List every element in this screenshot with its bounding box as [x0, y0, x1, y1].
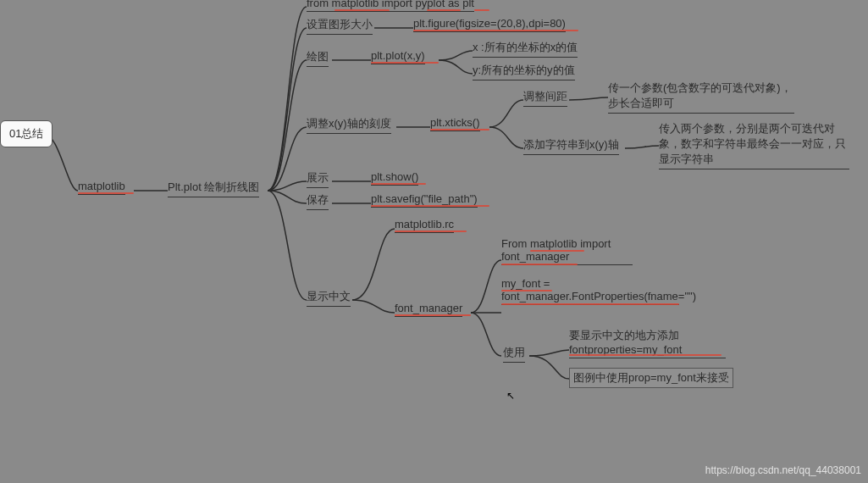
label-import: from matplotlib import pyplot as plt — [307, 0, 474, 9]
node-use-desc2[interactable]: 图例中使用prop=my_font来接受 — [569, 368, 733, 388]
label-use-desc2: 图例中使用prop=my_font来接受 — [573, 371, 729, 384]
watermark-text: https://blog.csdn.net/qq_44038001 — [705, 464, 861, 476]
node-plt-plot[interactable]: Plt.plot 绘制折线图 — [168, 180, 259, 197]
node-draw[interactable]: 绘图 — [307, 49, 329, 67]
spellcheck-underline — [501, 264, 578, 265]
watermark-label: https://blog.csdn.net/qq_44038001 — [705, 464, 861, 476]
spellcheck-underline — [371, 62, 439, 64]
node-y-desc[interactable]: y:所有的坐标的y的值 — [473, 63, 575, 80]
spellcheck-underline — [78, 192, 134, 194]
node-save[interactable]: 保存 — [307, 192, 329, 210]
label-font-manager: font_manager — [395, 302, 462, 314]
label-chinese: 显示中文 — [307, 290, 351, 303]
label-matplotlib: matplotlib — [78, 180, 125, 192]
label-show-code: plt.show() — [371, 170, 418, 183]
label-x-desc: x :所有的坐标的x的值 — [473, 41, 578, 53]
spellcheck-underline — [334, 9, 390, 11]
label-y-desc: y:所有的坐标的y的值 — [473, 64, 575, 76]
node-strings[interactable]: 添加字符串到x(y)轴 — [523, 137, 619, 155]
label-figsize-code: plt.figure(figsize=(20,8),dpi=80) — [413, 17, 566, 30]
spellcheck-underline — [501, 303, 679, 305]
spellcheck-underline — [395, 314, 471, 316]
label-strings-desc: 传入两个参数，分别是两个可迭代对象，数字和字符串最终会一一对应，只显示字符串 — [659, 122, 846, 165]
spellcheck-underline — [413, 30, 578, 31]
node-strings-desc[interactable]: 传入两个参数，分别是两个可迭代对象，数字和字符串最终会一一对应，只显示字符串 — [659, 121, 849, 169]
label-figsize: 设置图形大小 — [307, 18, 373, 31]
label-save: 保存 — [307, 193, 329, 206]
label-use-desc1: 要显示中文的地方添加fontproperties=my_font — [569, 329, 682, 356]
label-spacing-desc: 传一个参数(包含数字的可迭代对象)，步长合适即可 — [608, 81, 792, 109]
spellcheck-underline — [395, 230, 467, 232]
spellcheck-underline — [371, 183, 426, 185]
label-draw: 绘图 — [307, 50, 329, 63]
node-fm-use[interactable]: 使用 — [503, 345, 525, 363]
label-rc: matplotlib.rc — [395, 218, 454, 230]
label-ticks-code: plt.xticks() — [430, 116, 480, 129]
label-ticks: 调整x(y)轴的刻度 — [307, 117, 391, 130]
node-x-desc[interactable]: x :所有的坐标的x的值 — [473, 40, 578, 58]
label-show: 展示 — [307, 171, 329, 184]
root-node[interactable]: 01总结 — [0, 120, 53, 147]
spellcheck-underline — [501, 290, 552, 291]
spellcheck-underline — [569, 354, 721, 356]
mindmap-connectors — [0, 0, 868, 483]
label-spacing: 调整间距 — [523, 90, 567, 103]
spellcheck-underline — [427, 9, 461, 11]
node-chinese[interactable]: 显示中文 — [307, 289, 351, 307]
node-figsize[interactable]: 设置图形大小 — [307, 17, 373, 35]
label-fm-use: 使用 — [503, 346, 525, 358]
mouse-cursor-icon: ↖ — [506, 390, 515, 402]
label-draw-code: plt.plot(x,y) — [371, 49, 425, 62]
spellcheck-underline — [430, 129, 489, 130]
root-label: 01总结 — [9, 127, 43, 140]
label-strings: 添加字符串到x(y)轴 — [523, 138, 619, 151]
label-plt-plot: Plt.plot 绘制折线图 — [168, 180, 259, 193]
node-spacing[interactable]: 调整间距 — [523, 89, 567, 107]
spellcheck-underline — [474, 9, 489, 11]
spellcheck-underline — [530, 250, 584, 252]
node-show[interactable]: 展示 — [307, 170, 329, 188]
label-save-code: plt.savefig("file_path") — [371, 192, 478, 205]
node-ticks[interactable]: 调整x(y)轴的刻度 — [307, 116, 391, 134]
spellcheck-underline — [371, 205, 489, 207]
node-spacing-desc[interactable]: 传一个参数(包含数字的可迭代对象)，步长合适即可 — [608, 80, 794, 114]
